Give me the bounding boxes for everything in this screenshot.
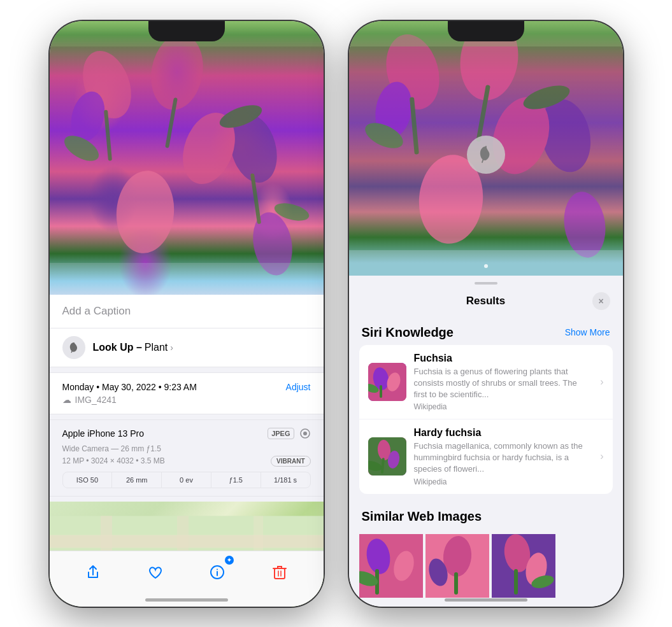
camera-detail: Wide Camera — 26 mm ƒ1.5 xyxy=(62,444,311,453)
hardy-thumbnail xyxy=(368,437,406,476)
fuchsia-thumbnail xyxy=(368,363,406,401)
cloud-icon: ☁ xyxy=(62,395,71,405)
visual-look-badge xyxy=(467,136,505,174)
meta-date: Monday • May 30, 2022 • 9:23 AM xyxy=(62,382,197,392)
lookup-plant: Plant xyxy=(145,342,168,353)
flower-svg xyxy=(50,21,324,295)
device-section: Apple iPhone 13 Pro JPEG Wide Camera — 2… xyxy=(50,419,324,497)
exif-row: ISO 50 26 mm 0 ev ƒ1.5 1/181 s xyxy=(62,472,311,488)
exif-focal: 26 mm xyxy=(112,472,162,488)
fuchsia-thumb-img xyxy=(368,363,406,401)
web-image-1[interactable] xyxy=(359,534,423,598)
hardy-name: Hardy fuchsia xyxy=(414,427,593,439)
lookup-icon xyxy=(62,336,85,359)
hardy-content: Hardy fuchsia Fuchsia magellanica, commo… xyxy=(414,427,593,486)
notch-right xyxy=(448,21,524,41)
heart-icon xyxy=(148,565,163,580)
siri-knowledge-header: Siri Knowledge Show More xyxy=(349,318,623,345)
exif-ev: 0 ev xyxy=(162,472,211,488)
exif-iso: ISO 50 xyxy=(63,472,113,488)
fuchsia-name: Fuchsia xyxy=(414,353,593,364)
web-image-3[interactable] xyxy=(492,534,555,598)
settings-icon xyxy=(299,428,311,439)
show-more-button[interactable]: Show More xyxy=(565,327,610,337)
dot-indicator xyxy=(484,264,488,268)
hardy-thumb-img xyxy=(368,437,406,476)
svg-rect-59 xyxy=(454,572,458,595)
share-button[interactable] xyxy=(79,558,107,586)
web-image-2[interactable] xyxy=(425,534,489,598)
results-title: Results xyxy=(380,295,592,307)
svg-point-25 xyxy=(217,569,218,570)
exif-shutter: 1/181 s xyxy=(261,472,310,488)
svg-rect-44 xyxy=(380,385,382,398)
lookup-row[interactable]: Look Up – Plant › xyxy=(50,328,324,367)
flower-image-left[interactable] xyxy=(50,21,324,295)
metadata-section: Monday • May 30, 2022 • 9:23 AM Adjust ☁… xyxy=(50,372,324,414)
vibrant-badge: VIBRANT xyxy=(271,456,310,467)
fuchsia-content: Fuchsia Fuchsia is a genus of flowering … xyxy=(414,353,593,412)
left-screen: Add a Caption Look Up – Plant › xyxy=(50,21,324,607)
svg-point-4 xyxy=(113,168,177,255)
web-img-svg-2 xyxy=(425,534,489,598)
hardy-chevron: › xyxy=(600,451,603,462)
fuchsia-desc: Fuchsia is a genus of flowering plants t… xyxy=(414,366,593,401)
similar-web-title: Similar Web Images xyxy=(362,509,482,524)
caption-placeholder[interactable]: Add a Caption xyxy=(62,305,131,317)
svg-point-16 xyxy=(303,432,307,435)
flower-image-right[interactable] xyxy=(349,21,623,276)
results-panel[interactable]: Results × Siri Knowledge Show More xyxy=(349,276,623,607)
svg-rect-63 xyxy=(514,569,518,595)
device-badges: JPEG xyxy=(268,428,310,439)
svg-rect-39 xyxy=(349,250,623,276)
delete-button[interactable] xyxy=(266,558,294,586)
results-header: Results × xyxy=(349,285,623,318)
notch xyxy=(148,21,225,41)
meta-adjust[interactable]: Adjust xyxy=(286,382,311,392)
hardy-source: Wikipedia xyxy=(414,477,593,486)
home-indicator-left xyxy=(145,598,228,602)
fuchsia-chevron: › xyxy=(600,376,603,388)
close-button[interactable]: × xyxy=(592,292,610,310)
similar-web-section: Similar Web Images xyxy=(349,499,623,607)
share-icon xyxy=(85,565,101,580)
right-screen: Results × Siri Knowledge Show More xyxy=(349,21,623,607)
info-button[interactable]: ✦ xyxy=(203,558,231,586)
web-images-scroll[interactable] xyxy=(349,529,623,603)
fuchsia-source: Wikipedia xyxy=(414,402,593,411)
visual-look-leaf xyxy=(476,144,496,165)
svg-rect-26 xyxy=(275,568,285,579)
meta-filename: IMG_4241 xyxy=(75,395,117,405)
lookup-bold: Look Up – xyxy=(93,342,142,353)
info-icon xyxy=(210,565,225,580)
web-img-svg-3 xyxy=(492,534,555,598)
jpeg-badge: JPEG xyxy=(268,428,294,439)
knowledge-card: Fuchsia Fuchsia is a genus of flowering … xyxy=(359,345,613,494)
camera-specs: 12 MP • 3024 × 4032 • 3.5 MB VIBRANT xyxy=(62,456,311,467)
lookup-chevron: › xyxy=(170,342,173,353)
favorite-button[interactable] xyxy=(141,558,169,586)
caption-area[interactable]: Add a Caption xyxy=(50,295,324,328)
svg-rect-13 xyxy=(50,263,324,295)
exif-aperture: ƒ1.5 xyxy=(211,472,261,488)
device-row: Apple iPhone 13 Pro JPEG xyxy=(62,428,311,439)
right-phone: Results × Siri Knowledge Show More xyxy=(349,21,623,607)
leaf-icon xyxy=(68,341,80,354)
lookup-label: Look Up – Plant › xyxy=(93,342,173,353)
knowledge-item-hardy[interactable]: Hardy fuchsia Fuchsia magellanica, commo… xyxy=(359,419,613,494)
siri-knowledge-title: Siri Knowledge xyxy=(362,325,454,340)
camera-specs-text: 12 MP • 3024 × 4032 • 3.5 MB xyxy=(62,456,165,465)
trash-icon xyxy=(273,565,287,580)
left-phone: Add a Caption Look Up – Plant › xyxy=(50,21,324,607)
meta-filename-row: ☁ IMG_4241 xyxy=(62,395,311,405)
hardy-desc: Fuchsia magellanica, commonly known as t… xyxy=(414,440,593,476)
info-badge: ✦ xyxy=(225,556,234,565)
home-indicator-right xyxy=(445,598,527,602)
meta-date-row: Monday • May 30, 2022 • 9:23 AM Adjust xyxy=(62,382,311,392)
knowledge-item-fuchsia[interactable]: Fuchsia Fuchsia is a genus of flowering … xyxy=(359,345,613,420)
similar-web-header: Similar Web Images xyxy=(349,502,623,529)
device-name: Apple iPhone 13 Pro xyxy=(62,428,144,439)
web-img-svg-1 xyxy=(359,534,423,598)
